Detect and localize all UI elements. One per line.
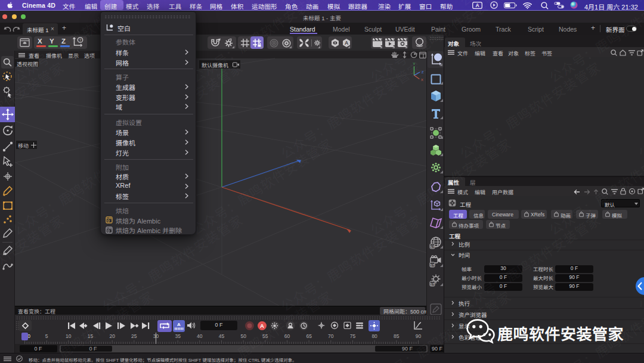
svg-text:ST: ST [430, 245, 435, 249]
svg-text:A: A [177, 322, 181, 327]
svg-text:X: X [421, 77, 424, 82]
svg-text:A: A [345, 40, 348, 46]
svg-text:?: ? [79, 38, 82, 42]
svg-text:Z: Z [422, 70, 424, 74]
svg-text:A: A [475, 2, 479, 8]
svg-text:ST: ST [430, 263, 435, 267]
svg-text:Y: Y [413, 61, 416, 66]
svg-text:A: A [260, 322, 264, 329]
svg-text:ST: ST [430, 283, 435, 286]
